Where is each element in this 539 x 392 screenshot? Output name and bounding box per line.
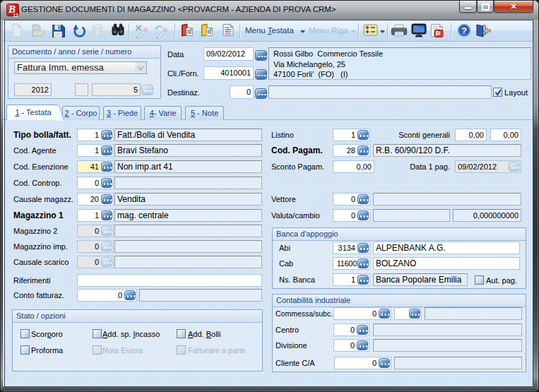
- svg-text:?: ?: [461, 25, 467, 36]
